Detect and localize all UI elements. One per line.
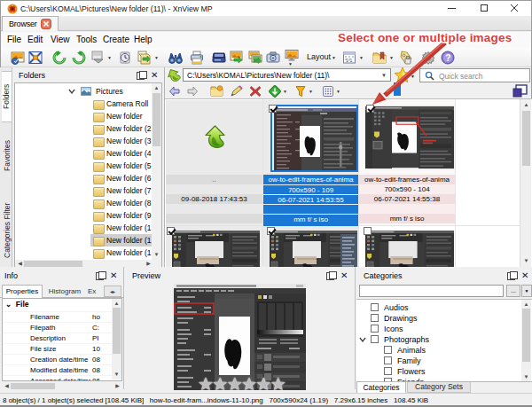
svg-text:Select one or multiple images: Select one or multiple images [338,31,512,44]
